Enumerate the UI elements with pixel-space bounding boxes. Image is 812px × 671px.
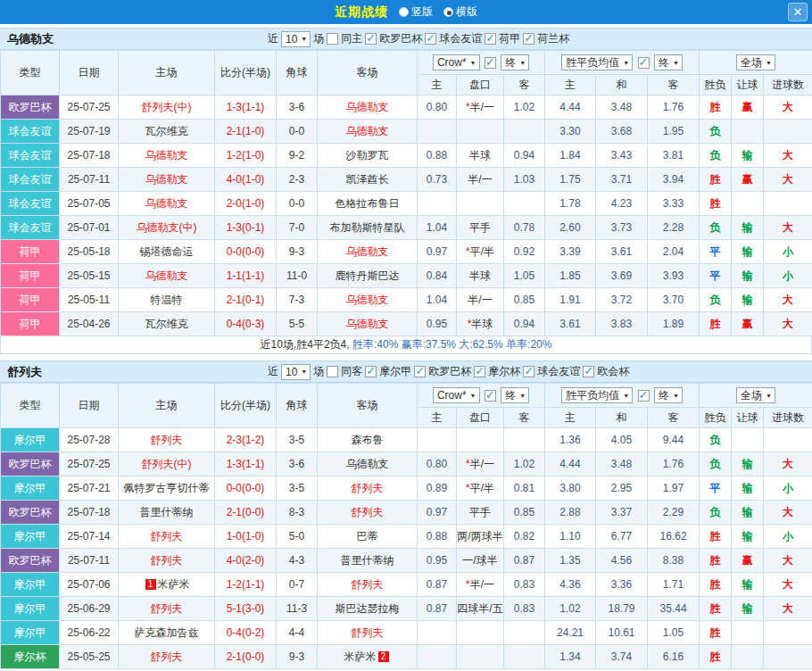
match-date: 25-07-25	[60, 95, 119, 120]
europe-home-odds: 1.10	[545, 525, 596, 549]
same-venue-checkbox[interactable]	[327, 366, 338, 377]
europe-away-odds: 2.28	[648, 216, 700, 240]
final-odds-checkbox[interactable]	[638, 57, 650, 69]
europe-home-odds: 1.75	[545, 168, 596, 192]
europe-odds-select[interactable]: 胜平负均值▼	[561, 54, 633, 70]
team-name: 乌德勒支	[346, 458, 389, 470]
home-team: 1米萨米	[119, 573, 215, 597]
league-filter-checkbox[interactable]	[583, 366, 594, 377]
col-corner: 角球	[277, 384, 318, 428]
final-odds-select[interactable]: 终▼	[654, 387, 683, 403]
away-team: 乌德勒支	[318, 288, 418, 312]
europe-away-odds: 3.93	[648, 264, 700, 288]
match-count-select[interactable]: 10▼	[281, 31, 311, 47]
subcol-handicap: 盘口	[457, 408, 504, 428]
asian-home-odds	[418, 645, 457, 669]
asian-home-odds: 1.04	[418, 216, 457, 240]
league-type-badge: 球会友谊	[1, 168, 60, 192]
win-lose-result: 负	[700, 144, 732, 168]
col-corner: 角球	[277, 51, 318, 95]
final-odds-select[interactable]: 终▼	[501, 54, 529, 70]
asian-away-odds	[504, 428, 545, 452]
home-team: 瓦尔维克	[119, 312, 215, 336]
match-row: 球会友谊25-07-11乌德勒支4-0(1-0)2-3凯泽酋长0.73半/一1.…	[1, 168, 812, 192]
win-lose-result: 胜	[700, 312, 732, 336]
team-name: 舒列夫	[352, 506, 384, 518]
match-date: 25-07-21	[60, 476, 119, 501]
win-lose-result: 胜	[700, 597, 732, 621]
asian-odds-group: Crow*▼ 终▼	[418, 384, 545, 408]
odds-company-select[interactable]: Crow*▼	[433, 387, 480, 403]
league-filter-label: 荷甲	[499, 31, 520, 46]
handicap-star: *	[466, 578, 470, 591]
team-name: 乌德勒支	[346, 318, 389, 330]
final-odds-checkbox[interactable]	[485, 57, 496, 69]
match-score: 2-1(0-0)	[215, 645, 277, 669]
final-odds-select[interactable]: 终▼	[501, 387, 529, 403]
europe-away-odds: 8.38	[648, 549, 700, 573]
close-button[interactable]: ✕	[788, 3, 808, 21]
col-score: 比分(半场)	[215, 384, 277, 428]
select-value: 终	[659, 388, 669, 403]
league-filter-checkbox[interactable]	[485, 33, 496, 45]
league-filter-checkbox[interactable]	[474, 366, 485, 377]
corner-score: 11-0	[277, 264, 318, 288]
final-odds-checkbox[interactable]	[638, 390, 650, 402]
radio-icon[interactable]	[443, 7, 453, 17]
subcol-europe-away: 客	[648, 408, 700, 428]
match-date: 25-07-28	[60, 428, 119, 452]
europe-away-odds: 3.70	[648, 288, 700, 312]
subcol-europe-draw: 和	[596, 408, 648, 428]
match-score: 2-1(0-1)	[215, 288, 277, 312]
goals-result: 小	[764, 525, 812, 549]
subcol-winlose: 胜负	[700, 408, 732, 428]
league-filter-checkbox[interactable]	[425, 33, 436, 45]
league-filter-label: 摩尔甲	[379, 364, 411, 379]
away-team: 乌德勒支	[318, 240, 418, 264]
league-filter-checkbox[interactable]	[523, 366, 534, 377]
europe-home-odds: 3.80	[545, 476, 596, 501]
select-value: 终	[659, 55, 669, 70]
match-date: 25-05-11	[60, 288, 119, 312]
odds-company-select[interactable]: Crow*▼	[433, 54, 480, 70]
corner-score: 4-3	[277, 549, 318, 573]
final-odds-select[interactable]: 终▼	[654, 54, 683, 70]
league-filter-checkbox[interactable]	[365, 33, 377, 45]
europe-home-odds: 1.84	[545, 144, 596, 168]
league-type-badge: 摩尔甲	[1, 621, 60, 645]
full-match-select[interactable]: 全场▼	[736, 54, 775, 70]
home-team: 佩特罗古亨切什蒂	[119, 476, 215, 501]
league-filter-checkbox[interactable]	[523, 33, 534, 45]
league-filter-checkbox[interactable]	[365, 366, 377, 377]
league-type-badge: 欧罗巴杯	[1, 549, 60, 573]
europe-odds-select[interactable]: 胜平负均值▼	[561, 387, 633, 403]
league-type-badge: 摩尔甲	[1, 476, 60, 501]
match-count-select[interactable]: 10▼	[281, 364, 311, 380]
chevron-down-icon: ▼	[301, 369, 307, 375]
summary-segment: 单率:20%	[503, 338, 552, 351]
layout-horizontal-option[interactable]: 横版	[443, 4, 477, 20]
col-score: 比分(半场)	[215, 51, 277, 95]
select-value: 10	[286, 366, 297, 378]
asian-home-odds: 0.73	[418, 168, 457, 192]
handicap-result	[732, 120, 764, 144]
same-venue-checkbox[interactable]	[327, 33, 338, 45]
radio-icon[interactable]	[399, 7, 409, 17]
away-team: 沙勒罗瓦	[318, 144, 418, 168]
europe-draw-odds: 10.61	[596, 621, 648, 645]
goals-result	[764, 428, 812, 452]
handicap-result: 输	[732, 597, 764, 621]
league-type-badge: 摩尔甲	[1, 573, 60, 597]
layout-vertical-option[interactable]: 竖版	[399, 4, 433, 20]
final-odds-checkbox[interactable]	[485, 390, 496, 402]
full-match-select[interactable]: 全场▼	[736, 387, 775, 403]
corner-score: 2-3	[277, 168, 318, 192]
subcol-asian-away: 客	[504, 75, 545, 95]
col-home: 主场	[119, 384, 215, 428]
goals-result: 大	[764, 312, 812, 336]
home-team: 舒列夫	[119, 525, 215, 549]
corner-score: 7-3	[277, 288, 318, 312]
goals-result: 大	[764, 144, 812, 168]
league-filter-checkbox[interactable]	[414, 366, 426, 377]
home-team-panel: 乌德勒支 近10▼场同主欧罗巴杯球会友谊荷甲荷兰杯 类型 日期 主场 比分(半场…	[0, 28, 812, 354]
